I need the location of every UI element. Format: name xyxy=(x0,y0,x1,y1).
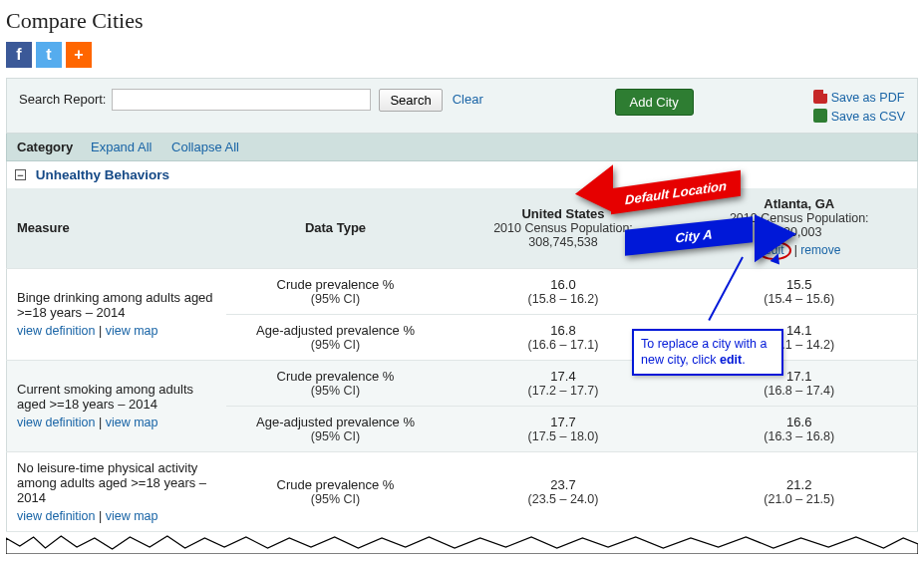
view-map-link[interactable]: view map xyxy=(106,509,158,523)
data-type-label: Age-adjusted prevalence % xyxy=(236,323,436,338)
facebook-share-button[interactable]: f xyxy=(6,42,32,68)
confidence-interval: (21.0 – 21.5) xyxy=(692,492,908,506)
torn-edge-decoration xyxy=(6,532,918,554)
table-header-row: Measure Data Type United States 2010 Cen… xyxy=(7,188,918,269)
value-cell: 17.7(17.5 – 18.0) xyxy=(446,406,682,451)
view-map-link[interactable]: view map xyxy=(106,324,158,338)
category-bar: Category Expand All Collapse All xyxy=(6,134,918,161)
data-type-label: Crude prevalence % xyxy=(236,369,436,384)
clear-link[interactable]: Clear xyxy=(453,89,483,107)
measure-name: Current smoking among adults aged >=18 y… xyxy=(17,382,216,412)
category-label: Category xyxy=(17,140,73,154)
value-cell: 17.4(17.2 – 17.7) xyxy=(446,360,682,406)
location-name: United States xyxy=(456,206,672,221)
value-cell: 17.1(16.8 – 17.4) xyxy=(682,360,918,406)
view-definition-link[interactable]: view definition xyxy=(17,509,96,523)
confidence-interval: (17.2 – 17.7) xyxy=(456,384,672,398)
value: 16.6 xyxy=(692,415,908,429)
value-cell: 15.5(15.4 – 15.6) xyxy=(682,268,918,314)
population-value: 420,003 xyxy=(692,225,908,239)
value: 14.1 xyxy=(692,323,908,338)
value: 17.1 xyxy=(692,369,908,384)
search-button[interactable]: Search xyxy=(379,89,442,112)
measure-links: view definition | view map xyxy=(17,324,216,338)
social-share-row: f t + xyxy=(6,42,918,68)
location-header-0: United States 2010 Census Population: 30… xyxy=(446,188,682,269)
value: 17.4 xyxy=(456,369,672,384)
data-type-sublabel: (95% CI) xyxy=(236,492,436,506)
plus-icon: + xyxy=(74,46,83,64)
view-definition-link[interactable]: view definition xyxy=(17,416,96,429)
measure-links: view definition | view map xyxy=(17,509,216,523)
save-as-csv-link[interactable]: Save as CSV xyxy=(831,110,905,124)
action-separator: | xyxy=(791,243,801,257)
measure-cell: Binge drinking among adults aged >=18 ye… xyxy=(7,268,226,360)
data-type-label: Crude prevalence % xyxy=(236,477,436,492)
save-as-pdf-link[interactable]: Save as PDF xyxy=(831,91,905,105)
col-measure-header: Measure xyxy=(7,188,226,269)
data-type-cell: Crude prevalence %(95% CI) xyxy=(226,268,446,314)
value: 16.0 xyxy=(456,277,672,292)
population-label: 2010 Census Population: xyxy=(692,211,908,225)
remove-city-link[interactable]: remove xyxy=(800,243,840,257)
section-header: − Unhealthy Behaviors xyxy=(6,161,918,188)
confidence-interval: (16.3 – 16.8) xyxy=(692,429,908,443)
measure-links: view definition | view map xyxy=(17,416,216,429)
confidence-interval: (15.4 – 15.6) xyxy=(692,292,908,306)
twitter-share-button[interactable]: t xyxy=(36,42,62,68)
page-title: Compare Cities xyxy=(6,8,918,34)
location-header-1: Atlanta, GA 2010 Census Population: 420,… xyxy=(682,188,918,269)
view-map-link[interactable]: view map xyxy=(106,416,158,429)
data-type-label: Age-adjusted prevalence % xyxy=(236,415,436,429)
link-separator: | xyxy=(96,324,106,338)
link-separator: | xyxy=(96,509,106,523)
confidence-interval: (23.5 – 24.0) xyxy=(456,492,672,506)
value-cell: 21.2(21.0 – 21.5) xyxy=(682,451,918,531)
data-type-label: Crude prevalence % xyxy=(236,277,436,292)
edit-city-link[interactable]: edit xyxy=(765,243,783,257)
data-type-cell: Age-adjusted prevalence %(95% CI) xyxy=(226,406,446,451)
data-type-sublabel: (95% CI) xyxy=(236,429,436,443)
facebook-icon: f xyxy=(16,46,21,64)
search-label: Search Report: xyxy=(19,89,106,107)
addthis-share-button[interactable]: + xyxy=(66,42,92,68)
value-cell: 16.0(15.8 – 16.2) xyxy=(446,268,682,314)
data-type-cell: Crude prevalence %(95% CI) xyxy=(226,360,446,406)
confidence-interval: (14.1 – 14.2) xyxy=(692,338,908,352)
collapse-all-link[interactable]: Collapse All xyxy=(171,140,239,154)
collapse-toggle-icon[interactable]: − xyxy=(15,169,26,180)
search-input[interactable] xyxy=(112,89,371,111)
table-row: Current smoking among adults aged >=18 y… xyxy=(7,360,918,406)
pdf-icon xyxy=(813,90,827,104)
population-label: 2010 Census Population: xyxy=(456,221,672,235)
excel-icon xyxy=(813,109,827,123)
measure-cell: Current smoking among adults aged >=18 y… xyxy=(7,360,226,451)
col-datatype-header: Data Type xyxy=(226,188,446,269)
data-type-sublabel: (95% CI) xyxy=(236,338,436,352)
population-value: 308,745,538 xyxy=(456,235,672,249)
expand-all-link[interactable]: Expand All xyxy=(91,140,152,154)
confidence-interval: (16.6 – 17.1) xyxy=(456,338,672,352)
data-type-cell: Crude prevalence %(95% CI) xyxy=(226,451,446,531)
measure-name: No leisure-time physical activity among … xyxy=(17,460,216,505)
location-name: Atlanta, GA xyxy=(692,196,908,211)
data-type-sublabel: (95% CI) xyxy=(236,384,436,398)
section-title[interactable]: Unhealthy Behaviors xyxy=(36,167,169,182)
add-city-button[interactable]: Add City xyxy=(615,89,694,116)
value-cell: 14.1(14.1 – 14.2) xyxy=(682,314,918,360)
table-row: No leisure-time physical activity among … xyxy=(7,451,918,531)
table-row: Binge drinking among adults aged >=18 ye… xyxy=(7,268,918,314)
data-type-cell: Age-adjusted prevalence %(95% CI) xyxy=(226,314,446,360)
measure-name: Binge drinking among adults aged >=18 ye… xyxy=(17,290,216,320)
value-cell: 16.6(16.3 – 16.8) xyxy=(682,406,918,451)
data-type-sublabel: (95% CI) xyxy=(236,292,436,306)
value: 23.7 xyxy=(456,477,672,492)
save-options: Save as PDF Save as CSV xyxy=(813,89,905,127)
value: 17.7 xyxy=(456,415,672,429)
value: 15.5 xyxy=(692,277,908,292)
confidence-interval: (16.8 – 17.4) xyxy=(692,384,908,398)
link-separator: | xyxy=(96,416,106,429)
twitter-icon: t xyxy=(46,46,51,64)
comparison-table: Measure Data Type United States 2010 Cen… xyxy=(6,188,918,532)
view-definition-link[interactable]: view definition xyxy=(17,324,96,338)
